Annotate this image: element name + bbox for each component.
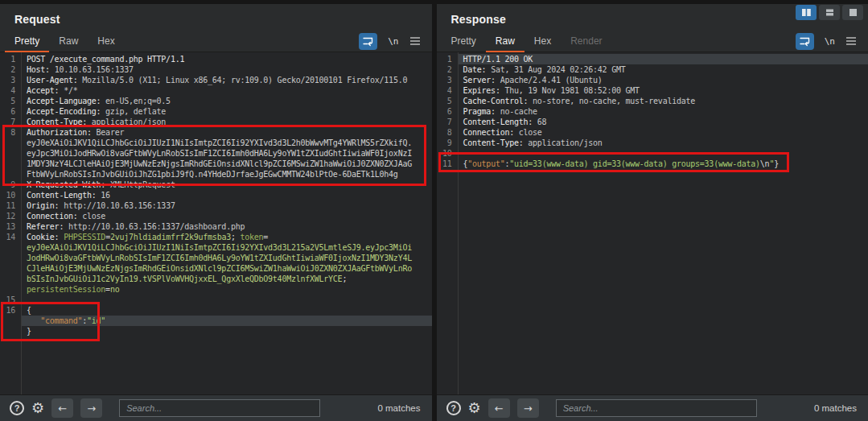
line-number — [0, 316, 21, 326]
code-row: eyJ0eXAiOiJKV1QiLCJhbGciOiJIUzI1NiIsImtp… — [0, 138, 432, 148]
line-number — [0, 169, 21, 180]
right-arrow-icon: → — [524, 402, 533, 415]
show-newlines-toggle[interactable]: \n — [825, 36, 835, 47]
editor-menu-button[interactable] — [845, 36, 857, 46]
code-row: 7Content-Length: 68 — [437, 117, 868, 127]
line-number: 7 — [0, 117, 21, 127]
show-newlines-toggle[interactable]: \n — [388, 36, 398, 47]
code-row: 1POST /execute_command.php HTTP/1.1 — [0, 54, 432, 64]
view-single-button[interactable] — [842, 5, 863, 20]
line-number: 6 — [437, 106, 458, 117]
response-search-input[interactable] — [556, 399, 757, 417]
request-editor-tools: \n — [359, 33, 420, 50]
gear-icon[interactable]: ⚙ — [468, 401, 481, 415]
line-number: 4 — [0, 85, 21, 96]
line-number: 2 — [437, 64, 458, 75]
line-number: 10 — [0, 190, 21, 200]
line-number — [0, 274, 21, 284]
line-number: 14 — [0, 232, 21, 242]
wrap-lines-toggle-button[interactable] — [796, 33, 814, 50]
request-search-input[interactable] — [119, 399, 320, 417]
tab-render[interactable]: Render — [561, 31, 611, 52]
code-row: 10Content-Length: 16 — [0, 190, 432, 200]
response-panel: Response PrettyRawHexRender \n 1HTTP/1.1… — [437, 4, 868, 421]
code-row: JodHRwOi8vaGFtbWVyLnRobSIsImF1ZCI6Imh0dH… — [0, 253, 432, 263]
code-row: 6Accept-Encoding: gzip, deflate — [0, 106, 432, 117]
code-row: 15 — [0, 295, 432, 305]
request-editor[interactable]: 1POST /execute_command.php HTTP/1.12Host… — [0, 52, 432, 394]
line-number — [0, 253, 21, 263]
code-row: persistentSession=no — [0, 284, 432, 295]
single-view-icon — [848, 8, 858, 17]
line-number — [0, 148, 21, 159]
request-match-count: 0 matches — [377, 403, 420, 413]
code-row: 3Server: Apache/2.4.41 (Ubuntu) — [437, 75, 868, 85]
hamburger-menu-icon — [409, 36, 421, 46]
code-row: 3User-Agent: Mozilla/5.0 (X11; Linux x86… — [0, 75, 432, 85]
line-number: 9 — [437, 138, 458, 148]
response-searchbar: ? ⚙ ← → 0 matches — [437, 394, 868, 421]
wrap-lines-icon — [799, 35, 811, 47]
gutter-divider — [21, 52, 22, 394]
code-row: eyJ0eXAiOiJKV1QiLCJhbGciOiJIUzI1NiIsImtp… — [0, 242, 432, 253]
line-number: 3 — [0, 75, 21, 85]
gear-icon[interactable]: ⚙ — [31, 401, 44, 415]
line-number: 6 — [0, 106, 21, 117]
tab-pretty[interactable]: Pretty — [5, 31, 49, 52]
line-number: 9 — [0, 180, 21, 190]
left-arrow-icon: ← — [58, 402, 67, 415]
right-arrow-icon: → — [87, 402, 96, 415]
tab-raw[interactable]: Raw — [486, 31, 525, 52]
code-row: 11{"output":"uid=33(www-data) gid=33(www… — [437, 159, 868, 169]
layout-switcher — [796, 5, 863, 20]
code-row: FtbWVyLnRobSIsInJvbGUiOiJhZG1pbiJ9fQ.n4Y… — [0, 169, 432, 180]
line-number: 5 — [0, 96, 21, 106]
help-icon[interactable]: ? — [446, 401, 461, 415]
code-row: 13Referer: http://10.10.63.156:1337/dash… — [0, 221, 432, 232]
line-number — [0, 159, 21, 169]
help-icon[interactable]: ? — [10, 401, 24, 415]
code-row: 14Cookie: PHPSESSID=2vuj7hldiadimfrf2k9u… — [0, 232, 432, 242]
code-row: 9X-Requested-With: XMLHttpRequest — [0, 180, 432, 190]
code-row: 11Origin: http://10.10.63.156:1337 — [0, 200, 432, 211]
code-row: 8Authorization: Bearer — [0, 127, 432, 138]
line-number: 10 — [437, 148, 458, 159]
tab-raw[interactable]: Raw — [49, 31, 88, 52]
next-match-button[interactable]: → — [80, 398, 102, 418]
line-number: 3 — [437, 75, 458, 85]
line-number: 15 — [0, 295, 21, 305]
line-number — [0, 263, 21, 274]
tab-hex[interactable]: Hex — [88, 31, 124, 52]
code-row: 5Accept-Language: en-US,en;q=0.5 — [0, 96, 432, 106]
line-number: 12 — [0, 211, 21, 221]
line-number: 11 — [0, 200, 21, 211]
hamburger-menu-icon — [845, 36, 857, 46]
tab-pretty[interactable]: Pretty — [442, 31, 486, 52]
code-row: 1MDY3NzY4LCJleHAiOjE3MjUwNzEzNjgsImRhdGE… — [0, 159, 432, 169]
tab-hex[interactable]: Hex — [525, 31, 561, 52]
code-row: 2Host: 10.10.63.156:1337 — [0, 64, 432, 75]
code-row: 2Date: Sat, 31 Aug 2024 02:26:42 GMT — [437, 64, 868, 75]
prev-match-button[interactable]: ← — [488, 398, 510, 418]
response-editor-tools: \n — [796, 33, 857, 50]
wrap-lines-toggle-button[interactable] — [359, 33, 377, 50]
editor-menu-button[interactable] — [409, 36, 421, 46]
line-number: 16 — [0, 305, 21, 316]
code-row: 5Cache-Control: no-store, no-cache, must… — [437, 96, 868, 106]
code-row: 8Connection: close — [437, 127, 868, 138]
line-number: 13 — [0, 221, 21, 232]
line-number — [0, 326, 21, 336]
response-editor[interactable]: 1HTTP/1.1 200 OK2Date: Sat, 31 Aug 2024 … — [437, 52, 868, 394]
line-number: 1 — [0, 54, 21, 64]
code-row: CJleHAiOjE3MjUwNzEzNjgsImRhdGEiOnsidXNlc… — [0, 263, 432, 274]
view-rows-button[interactable] — [819, 5, 840, 20]
request-panel-header: Request — [0, 4, 432, 28]
prev-match-button[interactable]: ← — [51, 398, 73, 418]
view-columns-button[interactable] — [796, 5, 817, 20]
response-tabbar: PrettyRawHexRender \n — [437, 31, 868, 52]
line-number: 2 — [0, 64, 21, 75]
request-tabbar: PrettyRawHex \n — [0, 31, 432, 52]
request-searchbar: ? ⚙ ← → 0 matches — [0, 394, 432, 421]
line-number: 1 — [437, 54, 458, 64]
next-match-button[interactable]: → — [517, 398, 539, 418]
